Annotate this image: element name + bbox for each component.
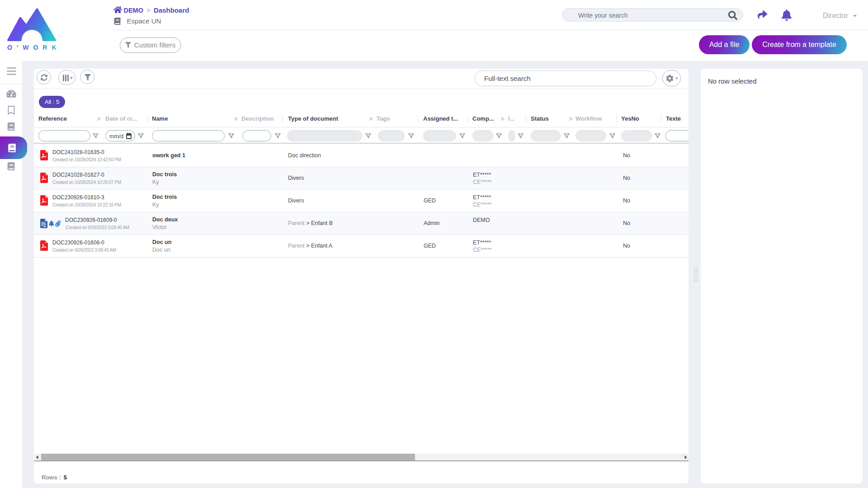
svg-text:O'WORK: O'WORK bbox=[7, 44, 57, 51]
